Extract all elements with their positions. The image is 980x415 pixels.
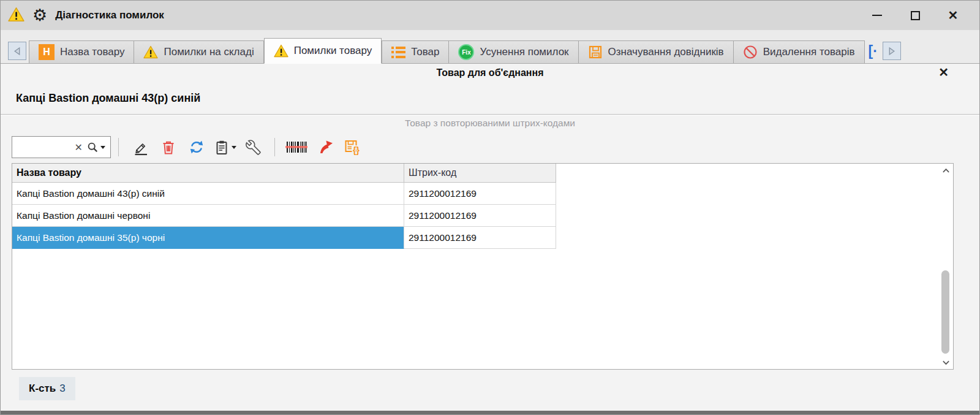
chevron-up-icon: [942, 168, 950, 173]
tab-label: Видалення товарів: [763, 46, 855, 58]
cell-product-name: Капці Bastion домашні 35(р) чорні: [12, 227, 404, 249]
toolbar-separator: [118, 138, 119, 156]
panel-subtitle: Товар з повторюваними штрих-кодами: [1, 115, 979, 131]
row-count-badge: К-сть3: [19, 377, 75, 400]
column-header-barcode[interactable]: Штрих-код: [404, 164, 556, 183]
window-bottom-edge: [1, 411, 979, 414]
tab-strip: Н Назва товару Помилки на складі Помилки…: [1, 30, 979, 64]
tabs-scroll-left-button[interactable]: [8, 42, 26, 60]
warning-icon: [8, 6, 24, 25]
chevron-right-icon: [887, 47, 896, 56]
orange-list-icon: [391, 47, 405, 58]
cell-barcode: 2911200012169: [404, 205, 556, 227]
count-label: К-сть: [29, 383, 56, 394]
tab-warehouse-errors[interactable]: Помилки на складі: [134, 40, 263, 63]
tab-fix-errors[interactable]: Fix Усунення помилок: [449, 40, 578, 63]
tab-label: Усунення помилок: [480, 46, 568, 58]
refresh-icon: [189, 139, 205, 155]
panel-title: Товар для об'єднання: [436, 67, 543, 78]
pencil-icon: [132, 139, 149, 156]
barcode-button[interactable]: [282, 134, 311, 160]
clear-search-icon[interactable]: ✕: [70, 142, 87, 153]
minimize-icon: [872, 15, 882, 16]
panel-header: Товар для об'єднання ✕: [1, 64, 979, 82]
tab-product-errors[interactable]: Помилки товару: [264, 38, 382, 64]
cell-product-name: Капці Bastion домашні 43(р) синій: [12, 183, 404, 205]
refresh-button[interactable]: [183, 134, 211, 160]
status-bar: К-сть3: [19, 377, 979, 400]
barcode-icon: [285, 139, 307, 155]
forbidden-circle-icon: [743, 45, 758, 59]
search-options-button[interactable]: [87, 142, 105, 153]
tab-label: Помилки товару: [294, 45, 372, 57]
close-icon: ✕: [948, 8, 959, 23]
scrollbar-track[interactable]: [940, 175, 951, 357]
selected-product-name: Капці Bastion домашні 43(р) синій: [1, 82, 979, 114]
delete-button[interactable]: [154, 134, 183, 160]
vertical-scrollbar[interactable]: [940, 166, 951, 367]
table-row[interactable]: Капці Bastion домашні червоні 2911200012…: [12, 205, 953, 227]
tab-product-name[interactable]: Н Назва товару: [29, 40, 134, 63]
edit-button[interactable]: [126, 134, 154, 160]
report-button[interactable]: [211, 134, 239, 160]
wrench-icon: [246, 140, 261, 155]
tabs-scroll-right-button[interactable]: [883, 42, 901, 60]
chevron-down-icon: [232, 146, 236, 149]
scrollbar-thumb[interactable]: [941, 270, 949, 354]
scroll-up-button[interactable]: [942, 166, 950, 175]
save-floppy-icon: [588, 45, 603, 59]
save-merge-button[interactable]: {}: [339, 134, 367, 160]
tab-label: Означування довідників: [608, 46, 724, 58]
trash-icon: [160, 139, 176, 155]
fix-circle-icon: Fix: [458, 44, 474, 60]
chevron-left-icon: [13, 47, 22, 56]
cell-barcode: 2911200012169: [404, 183, 556, 205]
minimize-button[interactable]: [858, 2, 896, 29]
toolbar-separator: [274, 138, 275, 156]
products-table: Назва товару Штрих-код Капці Bastion дом…: [12, 163, 954, 370]
gear-icon: ⚙: [32, 7, 47, 24]
clipboard-icon: [214, 139, 230, 155]
tab-label: Назва товару: [60, 46, 124, 58]
count-value: 3: [59, 383, 65, 394]
panel-close-icon[interactable]: ✕: [938, 65, 949, 80]
red-up-arrow-icon: [317, 139, 333, 155]
tab-reference-mapping[interactable]: Означування довідників: [579, 40, 734, 63]
svg-text:{}: {}: [353, 145, 360, 155]
search-input[interactable]: [17, 142, 70, 153]
maximize-button[interactable]: [896, 2, 934, 29]
search-icon: [87, 142, 99, 153]
table-row[interactable]: Капці Bastion домашні 43(р) синій 291120…: [12, 183, 953, 205]
close-button[interactable]: ✕: [934, 2, 972, 29]
column-header-name[interactable]: Назва товару: [12, 164, 404, 183]
table-row-selected[interactable]: Капці Bastion домашні 35(р) чорні 291120…: [12, 227, 953, 249]
warning-triangle-icon: [143, 45, 158, 59]
undo-arrow-button[interactable]: [311, 134, 339, 160]
chevron-down-icon: [942, 360, 950, 365]
tab-product[interactable]: Товар: [382, 40, 449, 63]
chevron-down-icon: [100, 146, 105, 149]
search-box[interactable]: ✕: [12, 136, 111, 158]
tools-button[interactable]: [239, 134, 267, 160]
product-letter-icon: Н: [39, 44, 55, 60]
warning-triangle-icon: [274, 44, 288, 58]
tab-overflow-marker: [·: [869, 44, 878, 58]
window-title: Діагностика помилок: [55, 9, 164, 21]
cell-barcode: 2911200012169: [404, 227, 556, 249]
table-header-row: Назва товару Штрих-код: [12, 164, 953, 183]
cell-product-name: Капці Bastion домашні червоні: [12, 205, 404, 227]
tab-delete-products[interactable]: Видалення товарів: [734, 40, 865, 63]
maximize-icon: [911, 11, 920, 20]
toolbar: ✕: [1, 131, 979, 163]
scroll-down-button[interactable]: [942, 357, 950, 367]
title-bar: ⚙ Діагностика помилок ✕: [1, 1, 979, 30]
tab-label: Помилки на складі: [164, 46, 254, 58]
tab-label: Товар: [411, 46, 439, 58]
save-braces-icon: {}: [344, 139, 361, 156]
